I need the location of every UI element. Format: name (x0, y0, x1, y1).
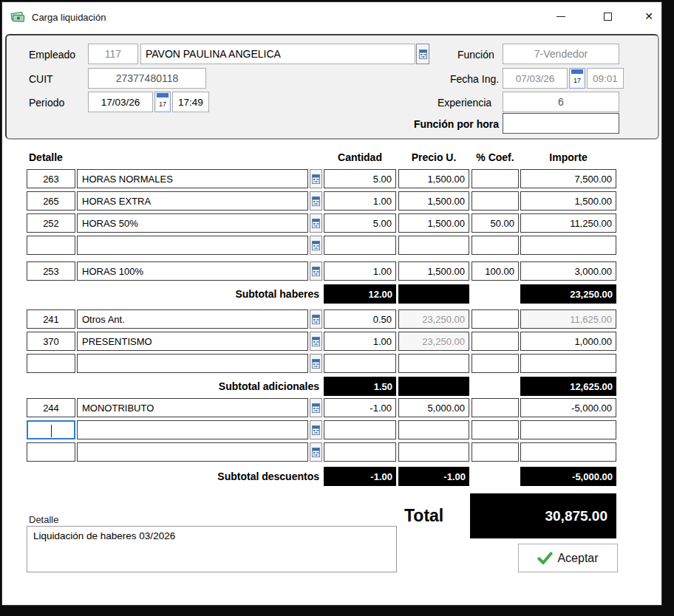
coef-spacer (472, 284, 519, 304)
grid-lookup-icon (419, 49, 427, 59)
precio-cell[interactable] (398, 420, 469, 439)
funcion-por-hora-field[interactable] (503, 113, 619, 134)
coef-cell[interactable] (472, 420, 519, 439)
lookup-button[interactable] (310, 236, 322, 255)
precio-cell[interactable]: 23,250.00 (398, 309, 469, 329)
cantidad-cell[interactable]: 1.00 (324, 191, 396, 211)
importe-cell[interactable]: 11,250.00 (520, 213, 616, 233)
cantidad-cell[interactable]: 1.00 (324, 332, 396, 351)
precio-cell[interactable]: 23,250.00 (398, 332, 469, 351)
code-cell[interactable]: 265 (27, 191, 75, 211)
funcion-field[interactable]: 7-Vendedor (503, 44, 619, 64)
lookup-button[interactable] (310, 354, 322, 373)
precio-cell[interactable]: 1,500.00 (398, 261, 469, 281)
importe-cell[interactable]: 3,000.00 (520, 261, 616, 281)
empleado-lookup-button[interactable] (416, 44, 429, 64)
cantidad-cell[interactable] (324, 442, 396, 462)
lookup-button[interactable] (310, 398, 322, 417)
periodo-time[interactable]: 17:49 (172, 92, 209, 112)
cantidad-cell[interactable]: 5.00 (324, 213, 396, 233)
cantidad-cell[interactable]: 0.50 (324, 309, 396, 329)
detalle-cell[interactable] (77, 420, 308, 439)
precio-cell[interactable] (398, 236, 469, 255)
precio-cell[interactable]: 1,500.00 (398, 213, 469, 233)
periodo-calendar-button[interactable]: 17 (154, 92, 171, 112)
fecha-ing-calendar-button[interactable]: 17 (569, 68, 585, 89)
cuit-field[interactable]: 27377480118 (88, 68, 206, 89)
precio-cell[interactable]: 1,500.00 (398, 169, 469, 188)
code-cell[interactable] (27, 236, 75, 255)
coef-cell[interactable] (472, 398, 519, 417)
cantidad-cell[interactable]: -1.00 (324, 398, 396, 417)
code-cell[interactable] (27, 354, 75, 373)
coef-cell[interactable] (472, 309, 519, 329)
precio-cell[interactable] (398, 442, 469, 462)
importe-cell[interactable]: 11,625.00 (520, 309, 616, 329)
detalle-cell[interactable]: HORAS NORMALES (77, 169, 308, 188)
importe-cell[interactable] (520, 354, 616, 373)
cantidad-cell[interactable] (324, 354, 396, 373)
lookup-button[interactable] (310, 442, 322, 462)
code-cell[interactable]: 244 (27, 398, 75, 417)
code-cell[interactable]: 241 (27, 309, 75, 329)
lookup-button[interactable] (310, 309, 322, 329)
coef-cell[interactable] (472, 332, 519, 351)
detalle-cell[interactable]: MONOTRIBUTO (77, 398, 308, 417)
coef-cell[interactable] (472, 169, 519, 188)
importe-cell[interactable]: -5,000.00 (520, 398, 616, 417)
code-cell[interactable]: 263 (27, 169, 75, 188)
lookup-button[interactable] (310, 169, 322, 188)
close-button[interactable]: ✕ (632, 2, 666, 30)
importe-cell[interactable] (520, 442, 616, 462)
empleado-code-field[interactable]: 117 (88, 44, 138, 64)
importe-cell[interactable]: 1,000.00 (520, 332, 616, 351)
coef-cell[interactable]: 50.00 (472, 213, 519, 233)
detalle-cell[interactable]: PRESENTISMO (77, 332, 308, 351)
table-row (27, 420, 618, 439)
lookup-button[interactable] (310, 261, 322, 281)
detalle-cell[interactable]: HORAS EXTRA (77, 191, 308, 211)
code-cell-focused[interactable] (27, 420, 75, 439)
precio-cell[interactable]: 5,000.00 (398, 398, 469, 417)
code-cell[interactable]: 253 (27, 261, 75, 281)
subtotal-label: Subtotal haberes (27, 284, 324, 304)
lookup-button[interactable] (310, 191, 322, 211)
cantidad-cell[interactable]: 1.00 (324, 261, 396, 281)
empleado-name-field[interactable]: PAVON PAULINA ANGELICA (140, 44, 415, 64)
cantidad-cell[interactable] (324, 420, 396, 439)
coef-cell[interactable] (472, 354, 519, 373)
cantidad-cell[interactable] (324, 236, 396, 255)
lookup-button[interactable] (310, 420, 322, 439)
fecha-ing-time[interactable]: 09:01 (587, 68, 624, 89)
fecha-ing-date[interactable]: 07/03/26 (503, 68, 568, 89)
importe-cell[interactable]: 1,500.00 (520, 191, 616, 211)
detalle-cell[interactable] (77, 442, 308, 462)
importe-cell[interactable] (520, 236, 616, 255)
coef-cell[interactable] (472, 236, 519, 255)
coef-cell[interactable] (472, 442, 519, 462)
experiencia-field[interactable]: 6 (503, 92, 619, 112)
accept-button[interactable]: Aceptar (518, 544, 618, 572)
code-cell[interactable]: 370 (27, 332, 75, 351)
lookup-button[interactable] (310, 332, 322, 351)
lookup-button[interactable] (310, 213, 322, 233)
coef-cell[interactable] (472, 191, 519, 211)
maximize-button[interactable] (590, 2, 624, 30)
importe-cell[interactable]: 7,500.00 (520, 169, 616, 188)
detalle-cell[interactable] (77, 354, 308, 373)
coef-cell[interactable]: 100.00 (472, 261, 519, 281)
importe-cell[interactable] (520, 420, 616, 439)
precio-cell[interactable]: 1,500.00 (398, 191, 469, 211)
code-cell[interactable] (27, 442, 75, 462)
periodo-date[interactable]: 17/03/26 (88, 92, 153, 112)
title-bar[interactable]: Carga liquidación ✕ (2, 2, 661, 32)
precio-cell[interactable] (398, 354, 469, 373)
detalle-textarea[interactable]: Liquidación de haberes 03/2026 (27, 526, 397, 572)
minimize-button[interactable] (544, 2, 578, 30)
detalle-cell[interactable]: HORAS 100% (77, 261, 308, 281)
detalle-cell[interactable] (77, 236, 308, 255)
detalle-cell[interactable]: Otros Ant. (77, 309, 308, 329)
code-cell[interactable]: 252 (27, 213, 75, 233)
detalle-cell[interactable]: HORAS 50% (77, 213, 308, 233)
cantidad-cell[interactable]: 5.00 (324, 169, 396, 188)
